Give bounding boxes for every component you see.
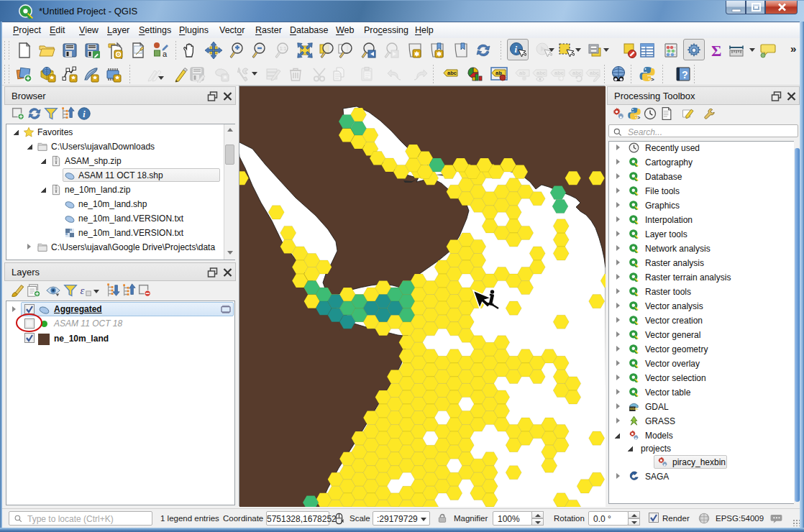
svg-text:i: i [515,44,518,55]
svg-text:?: ? [682,69,688,81]
svg-text:a: a [163,50,168,58]
svg-text:abc: abc [554,70,564,76]
svg-text:abc: abc [447,70,457,76]
svg-text:GDAL: GDAL [630,407,639,411]
svg-text:1:1: 1:1 [280,46,286,51]
svg-text:Σ: Σ [711,42,721,59]
svg-text:>: > [651,76,654,83]
svg-text:abc: abc [536,70,546,76]
svg-text:ε: ε [81,285,85,296]
svg-text:ab: ab [519,70,526,76]
svg-text:>: > [637,115,640,121]
